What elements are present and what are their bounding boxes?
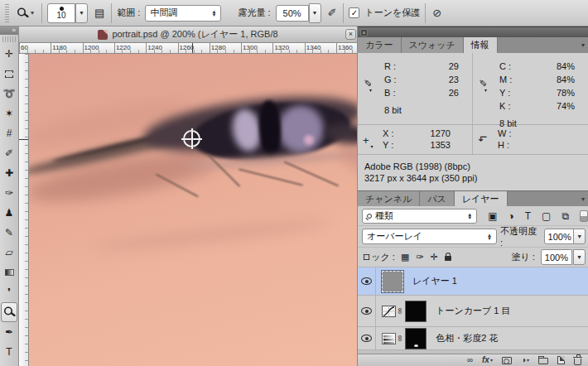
horizontal-ruler[interactable]: 6011801200122012401260128013001320134013… [19, 43, 357, 54]
ruler-tick-major [272, 43, 273, 54]
pixel-filter-icon[interactable]: ▣ [488, 210, 497, 222]
collapse-panel-button[interactable]: » [0, 26, 18, 35]
brush-preview-dropdown[interactable]: ▼ [75, 3, 88, 23]
layer-name: トーンカーブ 1 目 [436, 305, 510, 317]
ruler-tick-major [146, 43, 147, 54]
eyedropper-tool[interactable]: ✐ [0, 143, 18, 163]
ruler-label: 1300 [243, 44, 258, 51]
layer-style-icon[interactable]: fx▾ [482, 356, 493, 364]
spot-healing-tool[interactable]: ✚ [0, 163, 18, 183]
adjustment-filter-icon[interactable]: ◑ [508, 210, 513, 222]
marquee-tool[interactable] [0, 64, 18, 84]
crop-tool[interactable]: # [0, 123, 18, 143]
layers-tab-チャンネル[interactable]: チャンネル [358, 191, 420, 206]
layer-row[interactable]: ∞色相・彩度2 花 [358, 327, 588, 350]
adjustment-layer-icon[interactable] [382, 333, 396, 344]
layer-thumbnail[interactable] [382, 271, 403, 292]
pen-tool-icon: ✒ [5, 326, 13, 338]
mask-link-icon[interactable]: ∞ [396, 335, 405, 341]
close-panel-icon[interactable] [360, 29, 368, 36]
brush-tool[interactable]: ✑ [0, 183, 18, 203]
smart-object-filter-icon[interactable]: ⧉ [561, 210, 569, 222]
lock-pixels-icon[interactable]: ✑ [416, 252, 423, 262]
psd-file-icon [98, 30, 108, 40]
layer-visibility-toggle[interactable] [358, 267, 376, 295]
layer-visibility-toggle[interactable] [358, 296, 376, 326]
layer-mask-thumbnail[interactable] [405, 301, 427, 322]
close-document-icon[interactable] [345, 29, 356, 40]
lock-all-icon[interactable] [445, 256, 451, 261]
layer-filter-select[interactable]: 種類 ▲▼ [362, 209, 477, 224]
eraser-tool[interactable]: ▱ [0, 243, 18, 262]
panel-menu-icon[interactable]: ▾ [581, 37, 588, 53]
options-bar-grip[interactable] [5, 4, 9, 22]
link-layers-icon[interactable]: ∞ [467, 356, 473, 364]
type-tool-icon: T [6, 346, 12, 358]
filter-toggle-switch[interactable] [580, 210, 588, 222]
layers-tab-レイヤー[interactable]: レイヤー [455, 191, 508, 206]
image-canvas[interactable] [29, 54, 357, 366]
lasso-tool[interactable]: ➰ [0, 84, 18, 104]
type-filter-icon[interactable]: T [525, 210, 531, 222]
exposure-input[interactable]: 50% [276, 5, 309, 22]
layer-visibility-toggle[interactable] [358, 327, 376, 349]
layer-mask-thumbnail[interactable] [405, 328, 427, 349]
document-titlebar[interactable]: portrait.psd @ 200% (レイヤー 1, RGB/8 [19, 26, 357, 43]
panel-menu-icon[interactable]: ▾ [581, 191, 588, 206]
tablet-pressure-button[interactable]: ⊘ [431, 7, 443, 19]
type-tool[interactable]: T [0, 342, 18, 362]
shape-filter-icon[interactable]: ▢ [542, 210, 551, 222]
ruler-tick [106, 50, 107, 53]
updown-arrows-icon: ▲▼ [211, 10, 216, 17]
blur-tool[interactable]: ❜ [0, 282, 18, 302]
clone-stamp-tool[interactable]: ♟ [0, 203, 18, 223]
lock-position-icon[interactable]: ✛ [431, 252, 438, 262]
history-brush-tool[interactable]: ✎ [0, 223, 18, 243]
opacity-dropdown[interactable]: ▼ [573, 229, 586, 244]
add-mask-icon[interactable] [502, 357, 512, 364]
delete-layer-icon[interactable] [574, 355, 581, 365]
range-select[interactable]: 中間調 ▲▼ [145, 5, 221, 22]
magic-wand-tool[interactable]: ✶ [0, 104, 18, 123]
fill-dropdown[interactable]: ▼ [573, 249, 586, 265]
divider [41, 3, 42, 23]
adjustment-layer-icon[interactable] [382, 306, 396, 317]
opacity-value: 100% [548, 232, 571, 242]
brush-panel-toggle-button[interactable]: ▤ [93, 7, 106, 19]
ruler-tick-major [178, 43, 179, 54]
layers-tab-パス[interactable]: パス [420, 191, 455, 206]
info-tab-カラー[interactable]: カラー [358, 37, 402, 53]
new-layer-icon[interactable] [557, 356, 565, 364]
tool-preset-button[interactable]: ▾ [14, 5, 36, 21]
blend-mode-select[interactable]: オーバーレイ ▲▼ [362, 229, 497, 244]
exposure-dropdown[interactable]: ▼ [309, 3, 321, 23]
layer-row[interactable]: レイヤー 1 [358, 267, 588, 296]
info-cmyk-row: K :74% [499, 100, 575, 112]
exposure-label: 露光量 : [238, 7, 270, 19]
vertical-ruler[interactable] [19, 54, 29, 366]
airbrush-toggle-button[interactable]: ✐ [326, 7, 339, 19]
brush-preview-button[interactable]: 10 [47, 3, 75, 23]
tool-palette-grip[interactable] [2, 36, 16, 42]
fill-input[interactable]: 100% [541, 249, 572, 265]
document-color-profile: Adobe RGB (1998) (8bpc) [364, 161, 588, 172]
burn-tool[interactable] [1, 302, 17, 322]
mask-link-icon[interactable]: ∞ [396, 308, 405, 314]
info-tab-情報[interactable]: 情報 [464, 37, 498, 53]
opacity-input[interactable]: 100% [544, 229, 575, 244]
new-adjustment-icon[interactable]: ◑▾ [521, 356, 529, 364]
move-tool[interactable]: ✛ [0, 44, 18, 64]
layer-row[interactable]: ∞トーンカーブ 1 目 [358, 296, 588, 327]
ruler-cursor-marker-v [19, 139, 29, 140]
info-rgb-value: 26 [449, 87, 459, 99]
gradient-tool[interactable] [0, 262, 18, 282]
info-rgb-row: G :23 [384, 74, 459, 85]
lock-transparency-icon[interactable]: ▦ [401, 252, 409, 262]
eyelash [239, 168, 303, 185]
history-brush-tool-icon: ✎ [5, 227, 13, 238]
info-tab-スウォッチ[interactable]: スウォッチ [402, 37, 464, 53]
document-dimensions: 3217 px x 3644 px (350 ppi) [364, 172, 588, 184]
pen-tool[interactable]: ✒ [0, 322, 18, 342]
new-group-icon[interactable] [538, 356, 548, 364]
protect-tones-checkbox[interactable] [349, 7, 359, 18]
